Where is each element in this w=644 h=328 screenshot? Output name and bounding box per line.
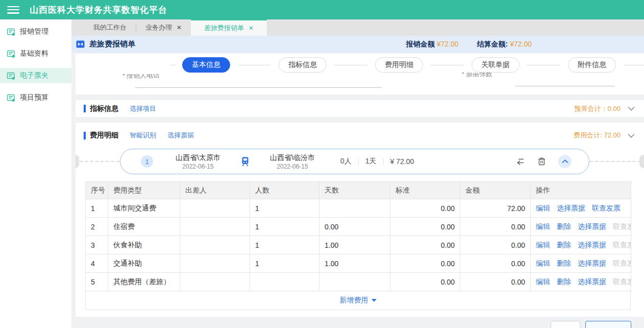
tab-label: 业务办理 (145, 23, 172, 32)
sidebar-item-1[interactable]: 报销管理 (0, 24, 71, 39)
tab-2[interactable]: 业务办理✕ (136, 19, 191, 36)
header-amounts: 报销金额¥72.00结算金额:¥72.00 (406, 40, 532, 49)
cell: 72.00 (460, 199, 531, 218)
cell: 1 (250, 236, 319, 254)
sidebar-item-label: 项目预算 (20, 93, 48, 102)
op-link[interactable]: 选择票据 (578, 222, 606, 230)
trip-stats: 0人 1天 ¥ 72.00 (340, 157, 414, 166)
budget-total: 预算合计：0.00 (575, 104, 621, 113)
op-link[interactable]: 选择票据 (578, 259, 606, 267)
column-header: 序号 (86, 182, 108, 199)
step-connector (624, 65, 644, 65)
smart-recognition-link[interactable]: 智能识别 (130, 131, 156, 140)
carousel-next-handle[interactable] (639, 155, 644, 168)
insert-left-icon[interactable] (516, 157, 525, 166)
chevron-down-icon[interactable] (628, 106, 635, 111)
column-header: 标准 (390, 182, 460, 199)
cell (180, 199, 250, 218)
op-link[interactable]: 编辑 (536, 222, 550, 230)
cell: 0.00 (390, 199, 460, 218)
delete-trip-icon[interactable] (537, 157, 546, 166)
trip-summary-card[interactable]: 1 山西省\太原市 2022-06-15 (120, 149, 589, 174)
chevron-down-icon[interactable] (628, 133, 635, 138)
op-link[interactable]: 联查发票 (592, 204, 621, 212)
menu-icon[interactable] (7, 6, 19, 14)
op-link[interactable]: 选择票据 (578, 241, 606, 249)
cell: 1 (250, 254, 319, 273)
expense-detail-section: 费用明细 智能识别 选择票据 费用合计: 72.00 1 (76, 123, 644, 317)
step-4[interactable]: 关联单据 (472, 57, 519, 73)
cell: 1 (250, 218, 319, 236)
sidebar-item-3[interactable]: 电子票夹 (0, 68, 71, 83)
op-link[interactable]: 选择票据 (557, 204, 585, 212)
expense-section-title: 费用明细 (90, 131, 118, 140)
tab-1[interactable]: 我的工作台 (84, 19, 136, 36)
step-connector (238, 65, 271, 65)
primary-action-button[interactable] (585, 321, 631, 328)
op-link[interactable]: 编辑 (536, 259, 550, 267)
op-link[interactable]: 编辑 (536, 277, 550, 286)
cell: 住宿费 (108, 218, 180, 236)
cell (180, 273, 250, 291)
column-header: 天数 (319, 182, 390, 199)
cell: 1.00 (319, 236, 390, 254)
cell (180, 236, 250, 254)
tab-label: 差旅费报销单 (204, 24, 244, 33)
ticket-count-input[interactable] (515, 76, 615, 86)
cell: 伙食补助 (108, 236, 180, 254)
op-link[interactable]: 选择票据 (578, 277, 606, 286)
amount-1: 报销金额¥72.00 (406, 40, 459, 49)
step-5[interactable]: 附件信息 (568, 57, 616, 73)
expense-total: 费用合计: 72.00 (574, 131, 621, 140)
indicator-section: 指标信息 选择项目 预算合计：0.00 (76, 100, 644, 117)
amount-value: ¥72.00 (510, 40, 532, 48)
amount-label: 报销金额 (406, 40, 435, 48)
field-label-ticket-count: *票据张数 (462, 73, 492, 79)
carousel-dash (590, 161, 641, 162)
indicator-section-title: 指标信息 (90, 104, 118, 113)
op-disabled-link: 联查发票 (613, 222, 631, 230)
trip-from: 山西省\太原市 2022-06-15 (167, 153, 229, 170)
op-link[interactable]: 删除 (557, 259, 571, 267)
carousel-prev-handle[interactable] (76, 155, 79, 168)
collapse-trip-button[interactable] (558, 155, 572, 168)
table-row: 4交通补助11.000.000.00编辑删除选择票据联查发票 (86, 254, 631, 273)
top-bar: 山西医科大学财务共享数智化平台 (0, 0, 644, 19)
op-link[interactable]: 删除 (557, 277, 571, 286)
step-3[interactable]: 费用明细 (375, 57, 423, 73)
op-link[interactable]: 删除 (557, 241, 571, 249)
step-2[interactable]: 指标信息 (279, 57, 327, 73)
op-disabled-link: 联查发票 (613, 277, 631, 286)
add-expense-button[interactable]: 新增费用 (340, 296, 377, 305)
document-ticket-icon (76, 40, 85, 49)
sidebar-item-2[interactable]: 基础资料 (0, 46, 71, 61)
op-link[interactable]: 删除 (557, 222, 571, 230)
secondary-action-button[interactable] (551, 321, 580, 328)
page-title: 差旅费报销单 (89, 39, 135, 49)
cell: 2 (86, 218, 108, 236)
ops-cell: 编辑删除选择票据联查发票 (531, 236, 631, 254)
table-row: 3伙食补助11.000.000.00编辑删除选择票据联查发票 (86, 236, 631, 254)
sidebar-item-4[interactable]: 项目预算 (0, 90, 71, 105)
tab-3[interactable]: 差旅费报销单✕ (191, 19, 267, 36)
cell: 交通补助 (108, 254, 180, 273)
cell: 1 (250, 199, 319, 218)
phone-input[interactable] (135, 78, 382, 88)
step-1[interactable]: 基本信息 (182, 57, 230, 73)
select-invoice-link[interactable]: 选择票据 (167, 131, 194, 140)
table-row: 2住宿费10.000.000.00编辑删除选择票据联查发票 (86, 218, 631, 236)
page-header: 差旅费报销单 报销金额¥72.00结算金额:¥72.00 (71, 36, 644, 53)
cell: 0.00 (319, 218, 390, 236)
op-link[interactable]: 编辑 (536, 204, 550, 212)
close-icon[interactable]: ✕ (249, 25, 254, 32)
expense-table: 序号费用类型出差人人数天数标准金额操作 1城市间交通费10.0072.00编辑选… (85, 181, 644, 291)
sidebar-item-label: 报销管理 (20, 27, 48, 36)
trip-carousel: 1 山西省\太原市 2022-06-15 (76, 148, 644, 175)
caret-down-icon (371, 299, 377, 302)
train-icon (240, 156, 251, 167)
close-icon[interactable]: ✕ (177, 24, 182, 31)
op-link[interactable]: 编辑 (536, 241, 550, 249)
document-folder-icon (7, 72, 15, 80)
cell: 4 (86, 254, 108, 273)
select-project-link[interactable]: 选择项目 (130, 104, 156, 113)
